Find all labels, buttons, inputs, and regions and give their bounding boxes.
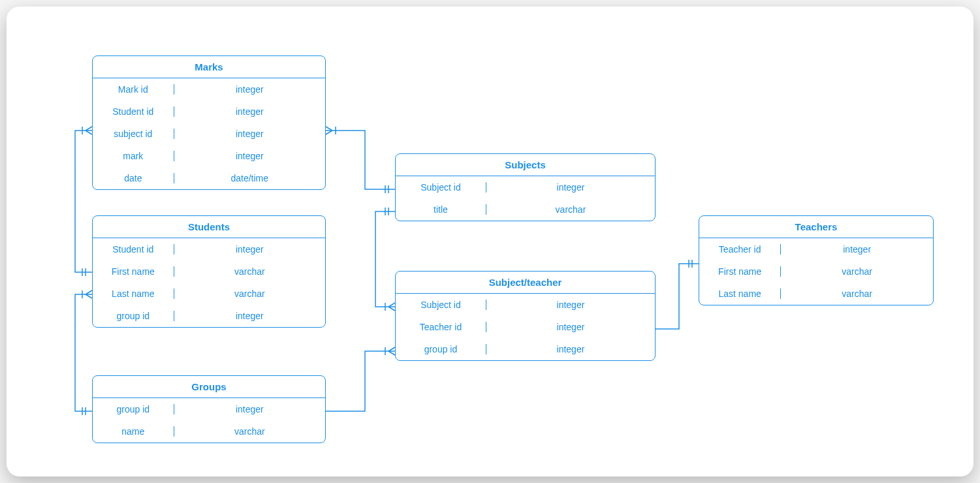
entity-teachers[interactable]: Teachers Teacher id integer First name v… xyxy=(699,215,934,305)
table-row: group id integer xyxy=(93,398,325,420)
table-row: group id integer xyxy=(93,305,325,327)
table-row: mark integer xyxy=(93,145,325,167)
entity-subject-teacher[interactable]: Subject/teacher Subject id integer Teach… xyxy=(395,271,656,361)
attr-name: group id xyxy=(93,311,174,321)
attr-type: integer xyxy=(174,129,325,139)
er-diagram-canvas: Marks Mark id integer Student id integer… xyxy=(7,7,973,476)
entity-title: Groups xyxy=(93,376,325,398)
attr-name: First name xyxy=(93,266,174,277)
attr-type: varchar xyxy=(486,204,655,215)
entity-title: Marks xyxy=(93,56,325,78)
attr-name: group id xyxy=(93,404,174,414)
entity-title: Subjects xyxy=(396,154,655,176)
attr-name: subject id xyxy=(93,129,174,139)
attr-type: integer xyxy=(486,344,655,354)
table-row: title varchar xyxy=(396,198,655,221)
attr-type: date/time xyxy=(174,173,325,183)
table-row: Mark id integer xyxy=(93,78,325,101)
attr-type: integer xyxy=(174,84,325,95)
attr-type: integer xyxy=(486,322,655,332)
attr-name: name xyxy=(93,426,174,437)
table-row: Teacher id integer xyxy=(699,238,933,260)
attr-type: integer xyxy=(781,244,933,255)
attr-type: varchar xyxy=(174,266,325,277)
entity-title: Teachers xyxy=(699,216,933,238)
table-row: date date/time xyxy=(93,167,325,189)
entity-marks[interactable]: Marks Mark id integer Student id integer… xyxy=(92,55,326,190)
table-row: group id integer xyxy=(396,338,655,360)
attr-name: Teacher id xyxy=(699,244,781,255)
attr-type: integer xyxy=(174,404,325,414)
attr-name: group id xyxy=(396,344,486,354)
table-row: First name varchar xyxy=(699,260,933,283)
table-row: Student id integer xyxy=(93,101,325,123)
attr-type: integer xyxy=(174,311,325,321)
attr-name: mark xyxy=(93,151,174,161)
attr-name: Mark id xyxy=(93,84,174,95)
entity-subjects[interactable]: Subjects Subject id integer title varcha… xyxy=(395,153,656,221)
table-row: Student id integer xyxy=(93,238,325,260)
entity-students[interactable]: Students Student id integer First name v… xyxy=(92,215,326,328)
table-row: name varchar xyxy=(93,420,325,443)
attr-type: integer xyxy=(174,151,325,161)
entity-title: Students xyxy=(93,216,325,238)
attr-type: varchar xyxy=(174,288,325,299)
attr-type: varchar xyxy=(781,288,933,299)
attr-type: varchar xyxy=(781,266,933,277)
table-row: subject id integer xyxy=(93,123,325,145)
entity-title: Subject/teacher xyxy=(396,272,655,294)
attr-type: integer xyxy=(486,300,655,310)
entity-groups[interactable]: Groups group id integer name varchar xyxy=(92,375,326,443)
attr-name: Last name xyxy=(93,288,174,299)
table-row: Teacher id integer xyxy=(396,316,655,338)
attr-name: First name xyxy=(699,266,781,277)
table-row: Last name varchar xyxy=(93,283,325,305)
attr-name: Student id xyxy=(93,244,174,255)
table-row: Subject id integer xyxy=(396,176,655,198)
attr-name: Last name xyxy=(699,288,781,299)
attr-name: title xyxy=(396,204,486,215)
attr-name: Teacher id xyxy=(396,322,486,332)
attr-name: Subject id xyxy=(396,300,486,310)
table-row: Subject id integer xyxy=(396,294,655,316)
attr-name: Subject id xyxy=(396,182,486,193)
attr-type: integer xyxy=(174,244,325,255)
table-row: First name varchar xyxy=(93,260,325,283)
table-row: Last name varchar xyxy=(699,283,933,305)
attr-type: varchar xyxy=(174,426,325,437)
attr-type: integer xyxy=(486,182,655,193)
attr-type: integer xyxy=(174,106,325,117)
attr-name: Student id xyxy=(93,106,174,117)
attr-name: date xyxy=(93,173,174,183)
